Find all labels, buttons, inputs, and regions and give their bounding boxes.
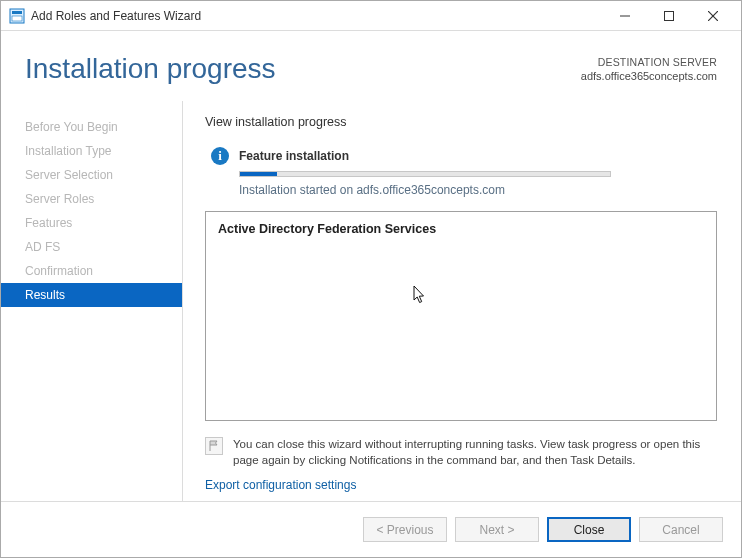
app-icon	[9, 8, 25, 24]
cancel-button: Cancel	[639, 517, 723, 542]
svg-rect-1	[12, 11, 22, 14]
maximize-button[interactable]	[647, 2, 691, 30]
wizard-footer: < Previous Next > Close Cancel	[1, 501, 741, 557]
window-title: Add Roles and Features Wizard	[31, 9, 201, 23]
wizard-main: View installation progress i Feature ins…	[183, 101, 741, 501]
sidebar-item-before-you-begin: Before You Begin	[1, 115, 182, 139]
heading-row: Installation progress DESTINATION SERVER…	[1, 31, 741, 85]
feature-row: i Feature installation	[211, 147, 717, 165]
mouse-cursor-icon	[413, 285, 427, 305]
minimize-button[interactable]	[603, 2, 647, 30]
result-box: Active Directory Federation Services	[205, 211, 717, 421]
export-configuration-link[interactable]: Export configuration settings	[205, 478, 717, 492]
result-heading: Active Directory Federation Services	[218, 222, 704, 236]
progress-bar-fill	[240, 172, 277, 176]
svg-rect-2	[12, 16, 22, 21]
page-title: Installation progress	[25, 53, 276, 85]
sidebar-item-installation-type: Installation Type	[1, 139, 182, 163]
svg-rect-4	[665, 11, 674, 20]
next-button: Next >	[455, 517, 539, 542]
close-window-button[interactable]	[691, 2, 735, 30]
destination-block: DESTINATION SERVER adfs.office365concept…	[581, 55, 717, 84]
destination-label: DESTINATION SERVER	[581, 55, 717, 69]
note-row: You can close this wizard without interr…	[205, 437, 717, 468]
wizard-sidebar: Before You Begin Installation Type Serve…	[1, 101, 183, 501]
feature-installation-label: Feature installation	[239, 149, 349, 163]
installation-started-text: Installation started on adfs.office365co…	[239, 183, 717, 197]
info-icon: i	[211, 147, 229, 165]
sidebar-item-features: Features	[1, 211, 182, 235]
sidebar-item-server-roles: Server Roles	[1, 187, 182, 211]
progress-bar	[239, 171, 611, 177]
destination-server: adfs.office365concepts.com	[581, 69, 717, 84]
sidebar-item-ad-fs: AD FS	[1, 235, 182, 259]
window-controls	[603, 2, 735, 30]
titlebar: Add Roles and Features Wizard	[1, 1, 741, 31]
note-text: You can close this wizard without interr…	[233, 437, 717, 468]
view-installation-progress-label: View installation progress	[205, 115, 717, 129]
sidebar-item-results[interactable]: Results	[1, 283, 182, 307]
close-button[interactable]: Close	[547, 517, 631, 542]
sidebar-item-confirmation: Confirmation	[1, 259, 182, 283]
flag-icon	[205, 437, 223, 455]
sidebar-item-server-selection: Server Selection	[1, 163, 182, 187]
previous-button: < Previous	[363, 517, 447, 542]
